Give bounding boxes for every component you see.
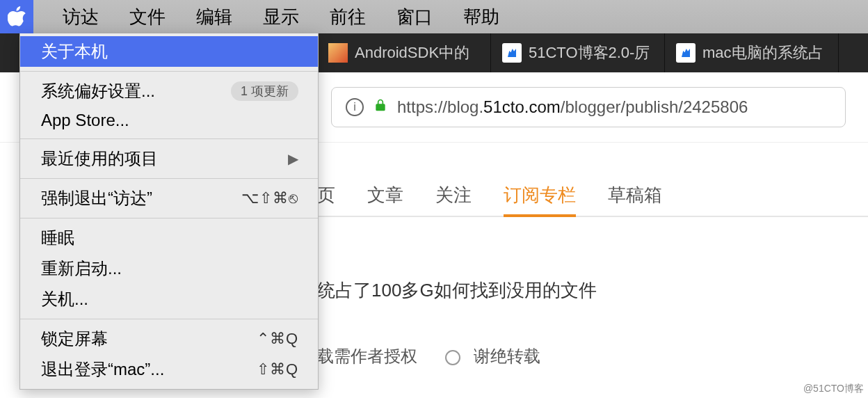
menu-item-label: 锁定屏幕	[41, 328, 108, 350]
menu-item-label: 退出登录“mac”...	[41, 358, 164, 381]
menu-separator	[20, 138, 318, 139]
menu-item-label: 重新启动...	[41, 257, 122, 280]
nav-item-follow[interactable]: 关注	[435, 183, 472, 207]
menu-item-label: 系统偏好设置...	[41, 80, 155, 102]
radio-label: 谢绝转载	[474, 347, 540, 365]
url-text: https://blog.51cto.com/blogger/publish/2…	[397, 97, 748, 117]
menu-item-label: 睡眠	[41, 227, 74, 249]
menu-item-force-quit[interactable]: 强制退出“访达” ⌥⇧⌘⎋	[20, 183, 318, 214]
favicon-51cto-icon	[502, 43, 522, 63]
menubar-item-file[interactable]: 文件	[114, 5, 181, 29]
favicon-51cto-icon	[676, 43, 696, 63]
tab-label: 51CTO博客2.0-厉	[529, 42, 650, 63]
tab-label: AndroidSDK中的	[355, 42, 469, 63]
apple-menu-icon[interactable]	[0, 0, 33, 33]
shortcut-label: ⇧⌘Q	[257, 360, 298, 379]
menubar-item-window[interactable]: 窗口	[381, 5, 448, 29]
menu-item-sleep[interactable]: 睡眠	[20, 223, 318, 253]
menu-item-label: 关机...	[41, 288, 88, 310]
menu-separator	[20, 71, 318, 72]
system-menubar: 访达 文件 编辑 显示 前往 窗口 帮助	[0, 0, 868, 34]
tab-51cto[interactable]: 51CTO博客2.0-厉	[491, 33, 665, 72]
radio-need-auth[interactable]: 载需作者授权	[317, 345, 417, 367]
menu-item-label: 最近使用的项目	[41, 148, 158, 170]
reprint-options: 载需作者授权 谢绝转载	[317, 345, 540, 367]
content-heading: 统占了100多G如何找到没用的文件	[317, 278, 597, 303]
menu-item-logout[interactable]: 退出登录“mac”... ⇧⌘Q	[20, 354, 318, 385]
nav-item-subscribe[interactable]: 订阅专栏	[504, 183, 576, 217]
address-bar[interactable]: i https://blog.51cto.com/blogger/publish…	[331, 87, 846, 127]
nav-item-articles[interactable]: 文章	[367, 183, 403, 207]
menubar-item-help[interactable]: 帮助	[448, 5, 515, 29]
menu-item-label: 关于本机	[41, 40, 108, 63]
menu-item-recent[interactable]: 最近使用的项目 ▶	[20, 143, 318, 174]
shortcut-label: ⌥⇧⌘⎋	[241, 189, 298, 207]
menubar-item-go[interactable]: 前往	[314, 5, 381, 29]
menu-separator	[20, 218, 318, 218]
radio-label: 载需作者授权	[317, 347, 417, 365]
menu-item-app-store[interactable]: App Store...	[20, 106, 318, 134]
page-nav: 页 文章 关注 订阅专栏 草稿箱	[317, 174, 868, 217]
lock-icon	[373, 97, 387, 117]
menu-separator	[20, 319, 318, 319]
tab-mac[interactable]: mac电脑的系统占	[665, 33, 839, 72]
watermark: @51CTO博客	[803, 383, 864, 395]
menu-item-shutdown[interactable]: 关机...	[20, 284, 318, 315]
menu-item-label: 强制退出“访达”	[41, 187, 152, 209]
tab-androidsdk[interactable]: AndroidSDK中的	[317, 33, 491, 72]
favicon-android-icon	[328, 43, 348, 63]
menu-item-label: App Store...	[41, 111, 129, 130]
menu-item-restart[interactable]: 重新启动...	[20, 253, 318, 284]
menu-separator	[20, 178, 318, 179]
nav-item-drafts[interactable]: 草稿箱	[608, 183, 662, 207]
menu-item-about[interactable]: 关于本机	[20, 36, 318, 67]
menu-item-system-preferences[interactable]: 系统偏好设置... 1 项更新	[20, 76, 318, 106]
tab-label: mac电脑的系统占	[702, 42, 823, 63]
updates-badge: 1 项更新	[231, 81, 298, 101]
apple-menu-dropdown: 关于本机 系统偏好设置... 1 项更新 App Store... 最近使用的项…	[19, 33, 319, 390]
menubar-item-edit[interactable]: 编辑	[181, 5, 248, 29]
site-info-icon[interactable]: i	[346, 98, 364, 116]
menubar-item-view[interactable]: 显示	[248, 5, 314, 29]
nav-item[interactable]: 页	[317, 183, 335, 207]
menu-item-lock[interactable]: 锁定屏幕 ⌃⌘Q	[20, 324, 318, 354]
menubar-item-finder[interactable]: 访达	[47, 5, 114, 29]
submenu-arrow-icon: ▶	[288, 150, 298, 167]
shortcut-label: ⌃⌘Q	[257, 330, 298, 348]
radio-forbid[interactable]: 谢绝转载	[445, 345, 540, 367]
radio-icon	[445, 350, 460, 365]
